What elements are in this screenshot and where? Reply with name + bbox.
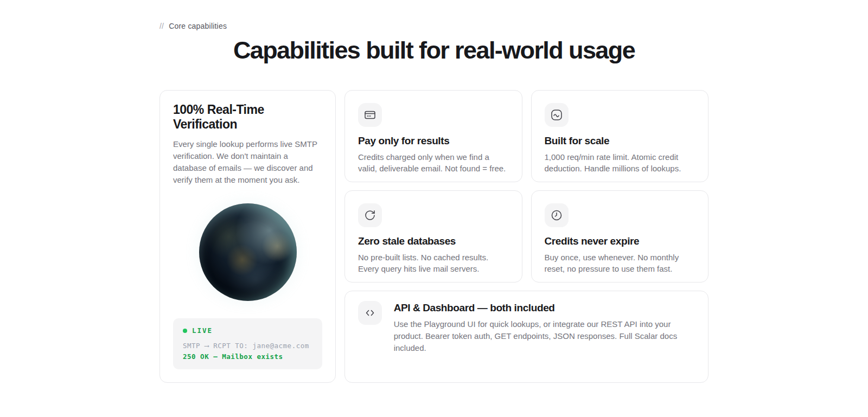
smtp-response-line: 250 OK – Mailbox exists xyxy=(183,352,312,361)
wide-card-text: API & Dashboard — both included Use the … xyxy=(394,301,695,354)
capability-cards-grid: 100% Real-Time Verification Every single… xyxy=(159,90,709,383)
card-body: 1,000 req/min rate limit. Atomic credit … xyxy=(545,151,695,174)
eyebrow-label: Core capabilities xyxy=(169,22,227,30)
live-status-label: LIVE xyxy=(192,326,213,335)
card-body: Every single lookup performs live SMTP v… xyxy=(173,138,322,186)
smtp-request-line: SMTP ⟶ RCPT TO: jane@acme.com xyxy=(183,342,312,350)
card-title: Zero stale databases xyxy=(358,235,509,247)
card-body: No pre-built lists. No cached results. E… xyxy=(358,252,509,274)
section-heading: Capabilities built for real-world usage xyxy=(159,37,709,63)
card-title: API & Dashboard — both included xyxy=(394,302,695,314)
card-title: Credits never expire xyxy=(545,235,695,247)
section-eyebrow: // Core capabilities xyxy=(159,22,709,30)
earth-image-wrap xyxy=(173,186,322,318)
card-title: Pay only for results xyxy=(358,135,509,147)
card-credits-never-expire: Credits never expire Buy once, use whene… xyxy=(531,190,709,283)
chart-trend-icon xyxy=(545,103,569,127)
eyebrow-slashes: // xyxy=(159,22,164,30)
smtp-terminal-panel: LIVE SMTP ⟶ RCPT TO: jane@acme.com 250 O… xyxy=(173,318,322,369)
card-title: 100% Real-Time Verification xyxy=(173,102,322,132)
credit-card-icon xyxy=(358,103,382,127)
live-status-dot-icon xyxy=(183,329,187,333)
card-body: Credits charged only when we find a vali… xyxy=(358,151,509,174)
card-body: Use the Playground UI for quick lookups,… xyxy=(394,318,695,354)
card-built-for-scale: Built for scale 1,000 req/min rate limit… xyxy=(531,90,709,182)
clock-icon xyxy=(545,203,569,227)
card-pay-only-for-results: Pay only for results Credits charged onl… xyxy=(344,90,522,182)
card-api-and-dashboard: API & Dashboard — both included Use the … xyxy=(344,291,709,383)
card-title: Built for scale xyxy=(545,135,695,147)
core-capabilities-section: // Core capabilities Capabilities built … xyxy=(159,0,709,383)
card-zero-stale-databases: Zero stale databases No pre-built lists.… xyxy=(344,190,522,283)
live-status-row: LIVE xyxy=(183,326,312,335)
code-icon xyxy=(358,301,382,325)
card-realtime-verification: 100% Real-Time Verification Every single… xyxy=(159,90,336,383)
earth-globe-image xyxy=(199,203,297,301)
refresh-icon xyxy=(358,203,382,227)
card-body: Buy once, use whenever. No monthly reset… xyxy=(545,252,695,274)
